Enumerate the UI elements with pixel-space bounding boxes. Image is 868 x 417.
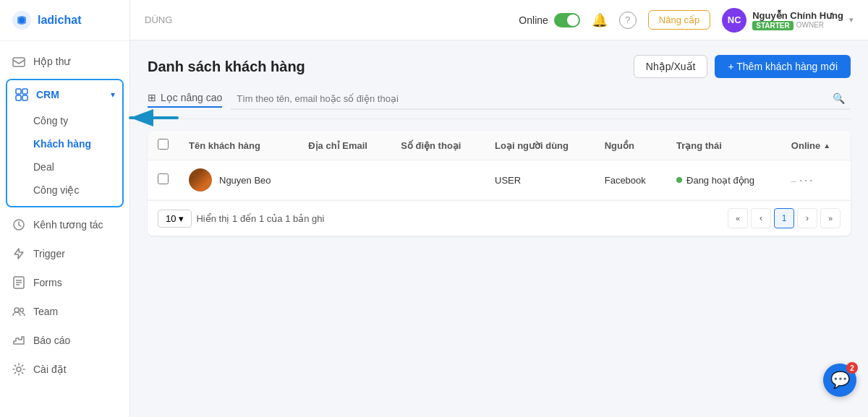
user-name: Nguyễn Chính Hưng xyxy=(752,10,843,21)
user-section[interactable]: NC Nguyễn Chính Hưng STARTER OWNER ▾ xyxy=(722,8,854,33)
next-page-button[interactable]: › xyxy=(797,208,817,228)
upgrade-button[interactable]: Nâng cấp xyxy=(648,10,710,30)
main-area: DÙNG Online 🔔 ? Nâng cấp NC Nguyễn Chính… xyxy=(130,0,868,417)
customer-cell: Nguyen Beo xyxy=(189,168,288,192)
logo: ladichat xyxy=(0,0,129,41)
row-usertype-cell: USER xyxy=(485,160,595,200)
header-left: DÙNG xyxy=(145,14,172,25)
chat-bubble[interactable]: 💬 2 xyxy=(823,364,856,397)
import-export-button[interactable]: Nhập/Xuất xyxy=(634,55,708,78)
sidebar-item-kenh-label: Kênh tương tác xyxy=(33,219,103,231)
page-size-select: 10 ▾ Hiển thị 1 đến 1 của 1 bản ghi xyxy=(158,210,324,228)
notification-bell-icon[interactable]: 🔔 xyxy=(592,12,608,28)
chat-bubble-icon: 💬 xyxy=(830,371,850,390)
avatar-image xyxy=(189,168,212,192)
row-online-cell: – ··· xyxy=(781,160,851,200)
col-source: Nguồn xyxy=(595,131,666,160)
svg-point-14 xyxy=(17,367,21,371)
crm-icon xyxy=(14,87,29,102)
sidebar: ladichat Hộp thư xyxy=(0,0,130,417)
breadcrumb: DÙNG xyxy=(145,14,172,25)
page-controls: « ‹ 1 › » xyxy=(728,208,841,228)
online-header: Online ▲ xyxy=(791,140,841,151)
filter-advanced[interactable]: ⊞ Lọc nâng cao xyxy=(148,92,222,108)
row-more-button[interactable]: ··· xyxy=(799,173,814,188)
toggle-knob xyxy=(567,14,579,26)
col-status: Trạng thái xyxy=(666,131,781,160)
search-input[interactable] xyxy=(237,93,827,104)
sidebar-item-team-label: Team xyxy=(33,306,58,317)
sidebar-item-khach-hang[interactable]: Khách hàng xyxy=(7,132,122,155)
content-header: Danh sách khách hàng Nhập/Xuất + Thêm kh… xyxy=(148,55,851,78)
sidebar-item-hop-thu[interactable]: Hộp thư xyxy=(0,47,129,76)
user-avatar: NC xyxy=(722,8,746,33)
select-all-header xyxy=(148,131,179,160)
row-source-cell: Facebook xyxy=(595,160,666,200)
pagination-bar: 10 ▾ Hiển thị 1 đến 1 của 1 bản ghi « ‹ … xyxy=(148,200,851,236)
status-dot-green xyxy=(676,177,682,183)
page-size-button[interactable]: 10 ▾ xyxy=(158,210,192,228)
user-badges: STARTER OWNER xyxy=(752,21,843,30)
sidebar-nav: Hộp thư CRM ▾ xyxy=(0,41,129,417)
sidebar-item-forms[interactable]: Forms xyxy=(0,268,129,297)
header: DÙNG Online 🔔 ? Nâng cấp NC Nguyễn Chính… xyxy=(130,0,868,40)
sidebar-item-cong-ty[interactable]: Công ty xyxy=(7,109,122,132)
row-name-cell: Nguyen Beo xyxy=(179,160,298,200)
chat-badge: 2 xyxy=(846,362,858,374)
sidebar-item-team[interactable]: Team xyxy=(0,297,129,326)
customer-avatar xyxy=(189,168,212,192)
last-page-button[interactable]: » xyxy=(820,208,841,228)
help-icon[interactable]: ? xyxy=(619,12,637,29)
col-name: Tên khách hàng xyxy=(179,131,298,160)
sidebar-item-cai-dat[interactable]: Cài đặt xyxy=(0,355,129,384)
first-page-button[interactable]: « xyxy=(728,208,748,228)
online-label: Online xyxy=(519,14,548,26)
current-page-button[interactable]: 1 xyxy=(774,208,794,228)
sort-icon: ▲ xyxy=(823,142,830,150)
sidebar-item-forms-label: Forms xyxy=(33,277,62,288)
online-status: Online xyxy=(519,13,579,27)
sidebar-item-kenh-tuong-tac[interactable]: Kênh tương tác xyxy=(0,210,129,239)
sidebar-item-cong-viec[interactable]: Công việc xyxy=(7,179,122,202)
filter-advanced-label: Lọc nâng cao xyxy=(161,92,222,103)
sidebar-item-bao-cao[interactable]: Báo cáo xyxy=(0,326,129,355)
prev-page-button[interactable]: ‹ xyxy=(751,208,771,228)
svg-rect-5 xyxy=(16,95,21,100)
row-status-cell: Đang hoạt động xyxy=(666,160,781,200)
customer-name[interactable]: Nguyen Beo xyxy=(219,175,271,186)
team-icon xyxy=(12,304,26,319)
inbox-icon xyxy=(12,54,26,69)
badge-starter: STARTER xyxy=(752,21,793,30)
channel-icon xyxy=(12,218,26,232)
online-toggle[interactable] xyxy=(554,13,580,27)
trigger-icon xyxy=(12,246,26,261)
table: Tên khách hàng Địa chỉ Email Số điện tho… xyxy=(148,131,851,200)
customer-table: Tên khách hàng Địa chỉ Email Số điện tho… xyxy=(148,131,851,236)
table-row: Nguyen Beo USER Facebook Đang hoạt động xyxy=(148,160,851,200)
select-all-checkbox[interactable] xyxy=(158,139,169,150)
crm-subitems: Công ty Khách hàng Deal Công việc xyxy=(7,109,122,206)
add-customer-button[interactable]: + Thêm khách hàng mới xyxy=(715,55,851,78)
forms-icon xyxy=(12,275,26,290)
row-checkbox[interactable] xyxy=(158,173,169,184)
badge-owner: OWNER xyxy=(796,21,824,30)
header-right: Online 🔔 ? Nâng cấp NC Nguyễn Chính Hưng… xyxy=(519,8,854,33)
row-phone-cell xyxy=(391,160,485,200)
logo-icon xyxy=(12,10,32,30)
crm-chevron-icon: ▾ xyxy=(111,90,115,100)
svg-point-13 xyxy=(20,309,24,312)
sidebar-item-deal[interactable]: Deal xyxy=(7,155,122,179)
sidebar-item-trigger[interactable]: Trigger xyxy=(0,239,129,268)
svg-rect-4 xyxy=(22,89,27,94)
page-info: Hiển thị 1 đến 1 của 1 bản ghi xyxy=(196,213,324,224)
svg-rect-3 xyxy=(16,89,21,94)
sidebar-item-bao-cao-label: Báo cáo xyxy=(33,335,70,346)
logo-text: ladichat xyxy=(38,14,81,27)
status-indicator: Đang hoạt động xyxy=(676,175,754,186)
filter-bar: ⊞ Lọc nâng cao 🔍 xyxy=(148,90,851,119)
crm-header[interactable]: CRM ▾ xyxy=(7,80,122,109)
sidebar-item-trigger-label: Trigger xyxy=(33,248,65,259)
status-text: Đang hoạt động xyxy=(686,175,754,186)
sidebar-item-hop-thu-label: Hộp thư xyxy=(33,56,70,67)
col-online[interactable]: Online ▲ xyxy=(781,131,851,160)
